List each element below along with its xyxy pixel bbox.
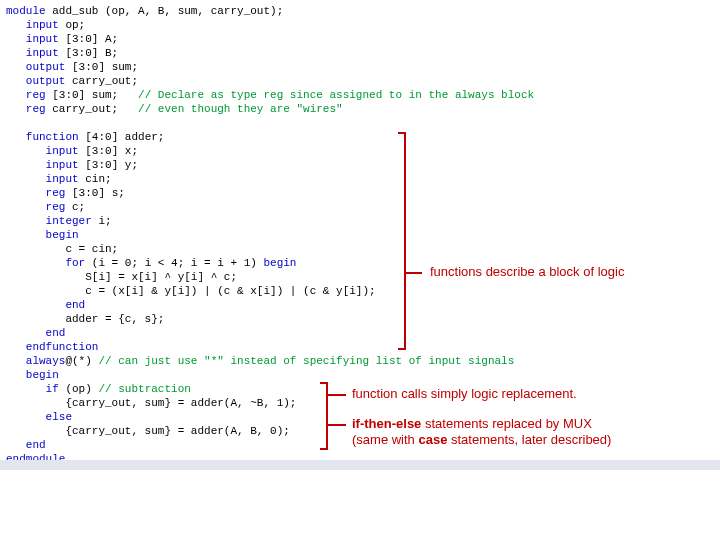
kw-begin: begin [263, 257, 296, 269]
code-text: c; [65, 201, 85, 213]
annotation-functions: functions describe a block of logic [430, 264, 624, 280]
code-text: (op) [59, 383, 99, 395]
bracket-always [320, 382, 328, 450]
kw-module: module [6, 5, 46, 17]
annotation-calls: function calls simply logic replacement. [352, 386, 577, 402]
kw-input: input [6, 173, 79, 185]
annotation-bold: case [418, 432, 447, 447]
code-text: i; [92, 215, 112, 227]
footer-band [0, 460, 720, 470]
code-text: add_sub (op, A, B, sum, carry_out); [46, 5, 284, 17]
annotation-text: statements replaced by MUX [421, 416, 592, 431]
arrow-calls [326, 394, 346, 396]
kw-integer: integer [6, 215, 92, 227]
code-text: carry_out; [46, 103, 138, 115]
kw-output: output [6, 75, 65, 87]
annotation-text: functions describe a block of logic [430, 264, 624, 279]
code-text: @(*) [65, 355, 98, 367]
comment: // Declare as type reg since assigned to… [138, 89, 534, 101]
annotation-bold: if-then-else [352, 416, 421, 431]
comment: // subtraction [98, 383, 190, 395]
blank-line [6, 116, 714, 130]
code-text: c = cin; [6, 243, 118, 255]
code-text: (i = 0; i < 4; i = i + 1) [85, 257, 263, 269]
kw-begin: begin [6, 229, 79, 241]
arrow-mux [326, 424, 346, 426]
kw-if: if [6, 383, 59, 395]
kw-end: end [6, 327, 65, 339]
kw-output: output [6, 61, 65, 73]
kw-end: end [6, 439, 46, 451]
kw-input: input [6, 19, 59, 31]
kw-reg: reg [6, 103, 46, 115]
kw-function: function [6, 131, 79, 143]
kw-end: end [6, 299, 85, 311]
code-text: adder = {c, s}; [6, 313, 164, 325]
code-text: [3:0] sum; [65, 61, 138, 73]
code-text: [4:0] adder; [79, 131, 165, 143]
code-text: S[i] = x[i] ^ y[i] ^ c; [6, 271, 237, 283]
code-text: {carry_out, sum} = adder(A, ~B, 1); [6, 397, 296, 409]
kw-input: input [6, 47, 59, 59]
comment: // can just use "*" instead of specifyin… [98, 355, 514, 367]
code-text: [3:0] A; [59, 33, 118, 45]
arrow-function [404, 272, 422, 274]
code-text: [3:0] x; [79, 145, 138, 157]
code-text: {carry_out, sum} = adder(A, B, 0); [6, 425, 290, 437]
annotation-text: function calls simply logic replacement. [352, 386, 577, 401]
bracket-function [398, 132, 406, 350]
annotation-text: (same with [352, 432, 418, 447]
kw-endfunction: endfunction [6, 341, 98, 353]
code-text: c = (x[i] & y[i]) | (c & x[i]) | (c & y[… [6, 285, 376, 297]
kw-reg: reg [6, 201, 65, 213]
kw-for: for [6, 257, 85, 269]
code-text: op; [59, 19, 85, 31]
kw-input: input [6, 33, 59, 45]
code-text: [3:0] sum; [46, 89, 138, 101]
kw-reg: reg [6, 187, 65, 199]
kw-always: always [6, 355, 65, 367]
annotation-text: statements, later described) [447, 432, 611, 447]
code-text: cin; [79, 173, 112, 185]
kw-input: input [6, 159, 79, 171]
code-text: [3:0] s; [65, 187, 124, 199]
kw-begin: begin [6, 369, 59, 381]
code-text: [3:0] y; [79, 159, 138, 171]
annotation-mux: if-then-else statements replaced by MUX … [352, 416, 682, 448]
code-text: [3:0] B; [59, 47, 118, 59]
kw-else: else [6, 411, 72, 423]
kw-reg: reg [6, 89, 46, 101]
kw-input: input [6, 145, 79, 157]
comment: // even though they are "wires" [138, 103, 343, 115]
code-text: carry_out; [65, 75, 138, 87]
